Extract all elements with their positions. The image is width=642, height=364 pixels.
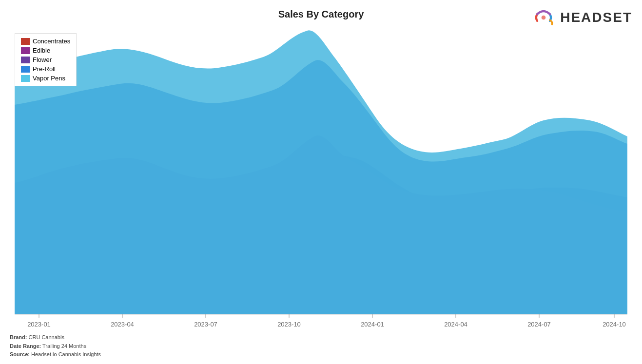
legend-label-edible: Edible — [33, 47, 50, 54]
svg-text:2023-07: 2023-07 — [194, 321, 217, 328]
chart-footer: Brand: CRU Cannabis Date Range: Trailing… — [10, 333, 101, 359]
svg-text:2024-07: 2024-07 — [527, 321, 551, 328]
area-chart: 2023-01 2023-04 2023-07 2023-10 2024-01 … — [0, 27, 642, 339]
legend-item-edible: Edible — [21, 47, 70, 54]
legend-color-preroll — [21, 66, 30, 73]
chart-legend: Concentrates Edible Flower Pre-Roll Vapo… — [15, 33, 77, 86]
footer-source: Source: Headset.io Cannabis Insights — [10, 350, 101, 359]
svg-text:2024-10: 2024-10 — [603, 321, 626, 328]
footer-date-value: Trailing 24 Months — [42, 343, 86, 349]
legend-color-concentrates — [21, 38, 30, 45]
svg-text:2023-04: 2023-04 — [111, 321, 134, 328]
legend-label-vapor-pens: Vapor Pens — [33, 75, 65, 82]
legend-item-preroll: Pre-Roll — [21, 65, 70, 73]
legend-label-preroll: Pre-Roll — [33, 65, 56, 73]
legend-label-concentrates: Concentrates — [33, 38, 70, 45]
footer-date-label: Date Range: — [10, 343, 41, 349]
footer-source-value: Headset.io Cannabis Insights — [31, 351, 101, 357]
legend-item-vapor-pens: Vapor Pens — [21, 75, 70, 82]
legend-color-vapor-pens — [21, 75, 30, 82]
footer-brand: Brand: CRU Cannabis — [10, 333, 101, 342]
svg-point-1 — [542, 16, 546, 20]
footer-brand-value: CRU Cannabis — [29, 334, 64, 340]
svg-text:2024-01: 2024-01 — [361, 321, 384, 328]
logo-text: HEADSET — [560, 10, 632, 25]
svg-text:2023-01: 2023-01 — [27, 321, 51, 328]
footer-source-label: Source: — [10, 351, 30, 357]
legend-color-flower — [21, 57, 30, 63]
svg-text:2023-10: 2023-10 — [277, 321, 301, 328]
footer-date: Date Range: Trailing 24 Months — [10, 342, 101, 351]
legend-color-edible — [21, 47, 30, 54]
legend-label-flower: Flower — [33, 56, 52, 63]
legend-item-concentrates: Concentrates — [21, 38, 70, 45]
chart-container: Sales By Category HEADSET Concentrates E… — [0, 0, 642, 364]
legend-item-flower: Flower — [21, 56, 70, 63]
footer-brand-label: Brand: — [10, 334, 27, 340]
svg-text:2024-04: 2024-04 — [444, 321, 467, 328]
